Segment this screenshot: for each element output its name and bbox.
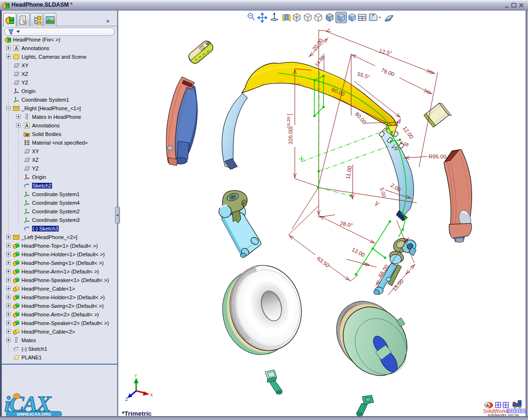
svg-text:78.00: 78.00 — [380, 67, 395, 78]
svg-text:28.0°: 28.0° — [339, 220, 353, 228]
svg-text:105.00: 105.00 — [288, 127, 293, 144]
svg-text:X: X — [150, 393, 153, 398]
svg-text:12.00: 12.00 — [351, 246, 366, 258]
svg-text:Y: Y — [134, 374, 137, 379]
svg-text:20.00: 20.00 — [311, 38, 324, 52]
svg-text:R95.00: R95.00 — [429, 154, 446, 159]
svg-text:12.00: 12.00 — [402, 125, 415, 139]
svg-text:63.50: 63.50 — [316, 255, 330, 268]
svg-text:*Trimetric: *Trimetric — [122, 410, 152, 416]
svg-text:solidworks.org.tw: solidworks.org.tw — [487, 413, 519, 416]
svg-text:A: A — [25, 123, 28, 128]
svg-text:5.00: 5.00 — [379, 187, 387, 198]
svg-text:55.5°: 55.5° — [356, 71, 370, 80]
svg-text:A: A — [14, 46, 18, 51]
svg-text:11.00: 11.00 — [345, 166, 353, 180]
svg-text:0.20: 0.20 — [286, 117, 291, 126]
svg-text:Z: Z — [125, 397, 128, 402]
svg-text:12.5°: 12.5° — [378, 48, 392, 56]
